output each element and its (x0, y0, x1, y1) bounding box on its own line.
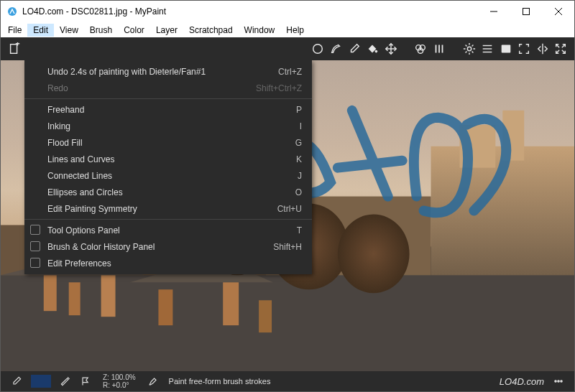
pen-tool-icon[interactable] (327, 39, 344, 58)
app-window: LO4D.com - DSC02811.jpg - MyPaint File E… (0, 0, 575, 392)
edit-dropdown: Undo 2.4s of painting with Dieterle/Fan#… (24, 60, 312, 274)
color-swatch[interactable] (31, 375, 51, 388)
color-rings-icon[interactable] (413, 39, 430, 58)
svg-rect-35 (69, 282, 80, 315)
menu-symmetry[interactable]: Edit Painting SymmetryCtrl+U (24, 200, 312, 217)
svg-rect-37 (158, 289, 172, 325)
menu-connected-lines[interactable]: Connected LinesJ (24, 167, 312, 184)
menu-color[interactable]: Color (118, 24, 150, 37)
menu-divider (24, 98, 312, 99)
svg-rect-36 (101, 275, 116, 317)
svg-rect-31 (1, 275, 574, 371)
menu-brush-history[interactable]: Brush & Color History PanelShift+H (24, 238, 312, 255)
minimize-button[interactable] (477, 1, 510, 22)
symmetry-icon[interactable] (534, 39, 551, 58)
fullscreen-icon[interactable] (516, 39, 533, 58)
new-doc-icon[interactable] (6, 39, 23, 58)
menu-tool-options[interactable]: Tool Options PanelT (24, 222, 312, 238)
menu-flood-fill[interactable]: Flood FillG (24, 134, 312, 151)
close-button[interactable] (542, 1, 574, 22)
more-icon[interactable] (549, 373, 568, 389)
svg-rect-39 (259, 300, 272, 332)
svg-point-9 (375, 50, 378, 53)
menu-undo-label: Undo 2.4s of painting with Dieterle/Fan#… (47, 67, 206, 77)
flag-icon[interactable] (76, 373, 95, 389)
svg-rect-34 (44, 275, 57, 311)
menu-edit[interactable]: Edit (27, 24, 54, 37)
gear-icon[interactable] (461, 39, 478, 58)
menu-layer[interactable]: Layer (150, 24, 183, 37)
menu-inking[interactable]: InkingI (24, 118, 312, 134)
window-title: LO4D.com - DSC02811.jpg - MyPaint (22, 6, 166, 17)
menu-help[interactable]: Help (280, 24, 310, 37)
svg-rect-38 (223, 282, 239, 325)
menu-file[interactable]: File (2, 24, 27, 37)
menu-freehand[interactable]: FreehandP (24, 101, 312, 118)
menu-lines-curves[interactable]: Lines and CurvesK (24, 151, 312, 167)
svg-point-41 (338, 215, 410, 294)
ellipse-tool-icon[interactable] (309, 39, 326, 58)
checkbox-icon (30, 225, 40, 235)
eyedropper-icon[interactable] (346, 39, 363, 58)
statusbar: Z: 100.0% R: +0.0° Paint free-form brush… (1, 371, 574, 391)
toolbar (1, 37, 574, 60)
lines-icon[interactable] (479, 39, 496, 58)
svg-point-45 (558, 381, 559, 382)
menu-redo-shortcut: Shift+Ctrl+Z (256, 83, 302, 93)
menu-redo-label: Redo (47, 83, 68, 93)
brush-adjust-icon[interactable] (56, 373, 75, 389)
titlebar: LO4D.com - DSC02811.jpg - MyPaint (1, 1, 574, 22)
svg-point-15 (467, 47, 471, 50)
menu-divider (24, 219, 312, 220)
svg-point-46 (561, 381, 562, 382)
expand-icon[interactable] (553, 39, 570, 58)
svg-point-8 (313, 45, 322, 54)
menu-preferences[interactable]: Edit Preferences (24, 255, 312, 271)
maximize-button[interactable] (510, 1, 542, 22)
brush-icon[interactable] (144, 373, 162, 389)
card-icon[interactable] (497, 39, 515, 58)
watermark: LO4D.com (500, 376, 544, 387)
checkbox-icon (30, 258, 40, 268)
menu-redo: Redo Shift+Ctrl+Z (24, 80, 312, 96)
menu-brush[interactable]: Brush (84, 24, 118, 37)
menu-ellipses[interactable]: Ellipses and CirclesO (24, 184, 312, 200)
checkbox-icon (30, 241, 40, 251)
app-icon (6, 6, 18, 17)
menu-view[interactable]: View (54, 24, 84, 37)
svg-rect-5 (10, 45, 17, 54)
menu-scratchpad[interactable]: Scratchpad (183, 24, 239, 37)
svg-rect-2 (523, 9, 529, 15)
menu-window[interactable]: Window (239, 24, 281, 37)
move-icon[interactable] (382, 39, 400, 58)
canvas-area[interactable]: Undo 2.4s of painting with Dieterle/Fan#… (1, 60, 574, 371)
menu-undo-shortcut: Ctrl+Z (278, 67, 302, 77)
svg-rect-19 (501, 45, 510, 53)
menubar: File Edit View Brush Color Layer Scratch… (1, 22, 574, 37)
zoom-readout: Z: 100.0% R: +0.0° (103, 373, 136, 389)
menu-undo[interactable]: Undo 2.4s of painting with Dieterle/Fan#… (24, 63, 312, 80)
bucket-icon[interactable] (364, 39, 381, 58)
brushes-icon[interactable] (431, 39, 448, 58)
eyedropper-icon[interactable] (7, 373, 26, 389)
status-hint: Paint free-form brush strokes (169, 377, 271, 386)
svg-point-44 (555, 381, 556, 382)
